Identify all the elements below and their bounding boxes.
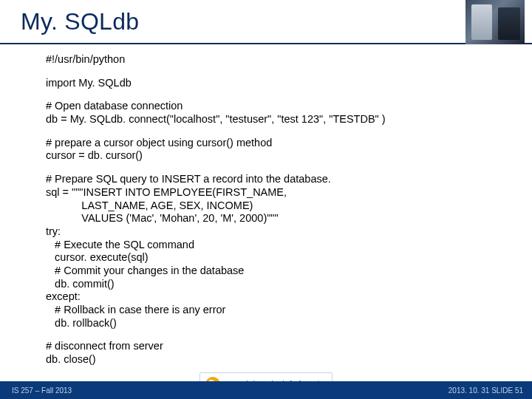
code-body: #!/usr/bin/python import My. SQLdb # Ope… — [0, 44, 532, 366]
code-line: # disconnect from server — [46, 340, 532, 353]
code-line: # Open database connection — [46, 100, 532, 113]
code-line: # Rollback in case there is any error — [46, 304, 532, 317]
code-line: cursor. execute(sql) — [46, 251, 532, 265]
code-line: # Commit your changes in the database — [46, 265, 532, 278]
slide-title: My. SQLdb — [0, 8, 139, 35]
title-photo — [466, 0, 525, 44]
code-line: db. close() — [46, 353, 532, 366]
code-line: cursor = db. cursor() — [46, 149, 532, 163]
footer-bar: IS 257 – Fall 2013 2013. 10. 31 SLIDE 51 — [0, 381, 532, 399]
code-line: # prepare a cursor object using cursor()… — [46, 137, 532, 150]
code-line: db = My. SQLdb. connect("localhost", "te… — [46, 113, 532, 126]
code-line: except: — [46, 290, 532, 304]
code-line: db. rollback() — [46, 317, 532, 330]
code-line: # Prepare SQL query to INSERT a record i… — [46, 173, 532, 186]
code-line: try: — [46, 225, 532, 239]
code-line: VALUES ('Mac', 'Mohan', 20, 'M', 2000)""… — [46, 212, 532, 225]
title-bar: My. SQLdb — [0, 0, 532, 44]
footer-right: 2013. 10. 31 SLIDE 51 — [449, 386, 532, 395]
code-line: LAST_NAME, AGE, SEX, INCOME) — [46, 200, 532, 213]
footer-left: IS 257 – Fall 2013 — [0, 386, 72, 395]
code-line: import My. SQLdb — [46, 77, 532, 90]
code-line: db. commit() — [46, 278, 532, 291]
slide: My. SQLdb #!/usr/bin/python import My. S… — [0, 0, 532, 399]
code-line: sql = """INSERT INTO EMPLOYEE(FIRST_NAME… — [46, 186, 532, 200]
code-line: #!/usr/bin/python — [46, 53, 532, 66]
code-line: # Execute the SQL command — [46, 239, 532, 252]
